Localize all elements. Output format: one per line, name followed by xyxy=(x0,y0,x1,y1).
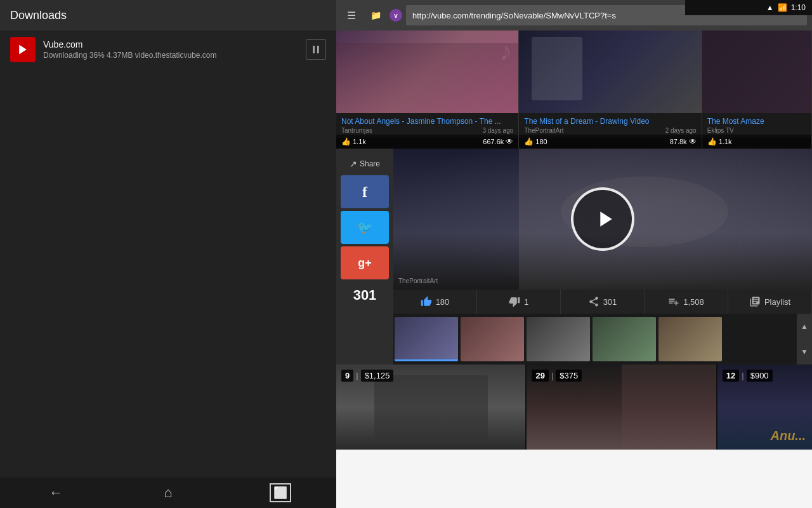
dislike-button[interactable]: 1 xyxy=(477,290,561,314)
folder-icon: 📁 xyxy=(370,10,381,20)
strip-thumb-4[interactable] xyxy=(593,317,656,361)
main-content: ↗ Share f 🐦 g+ 301 xyxy=(336,149,812,364)
thumb-title-2[interactable]: The Mist of a Dream - Drawing Video xyxy=(524,117,696,126)
status-bar: ▲ 📶 1:10 xyxy=(685,0,812,15)
twitter-icon: 🐦 xyxy=(357,220,373,235)
strip-thumb-2[interactable] xyxy=(461,317,524,361)
time: 1:10 xyxy=(791,3,806,12)
facebook-icon: f xyxy=(362,184,367,201)
home-button[interactable]: ⌂ xyxy=(153,478,183,508)
bottom-row: 9 | $1,125 29 | $375 Anu... 12 | $900 xyxy=(336,364,812,450)
scroll-up-button[interactable]: ▲ xyxy=(797,314,812,339)
strip-thumb-3[interactable] xyxy=(527,317,590,361)
facebook-share-button[interactable]: f xyxy=(341,175,389,208)
playlist-button[interactable]: Playlist xyxy=(728,290,812,314)
thumbnails-row: ♪ 👍 1.1k 667.6k 👁 Not About Angels - Jas… xyxy=(336,30,812,149)
share-count: 301 xyxy=(353,282,377,309)
thumb-title-1[interactable]: Not About Angels - Jasmine Thompson - Th… xyxy=(341,117,513,126)
back-icon: ← xyxy=(49,485,63,501)
strip-thumb-1[interactable] xyxy=(395,317,458,361)
home-icon: ⌂ xyxy=(164,485,172,501)
like-button[interactable]: 180 xyxy=(393,290,477,314)
video-player[interactable]: ThePortraitArt xyxy=(393,149,812,290)
thumbnail-item-2[interactable]: 👍 180 87.8k 👁 The Mist of a Dream - Draw… xyxy=(519,30,702,149)
thumbnail-item-1[interactable]: ♪ 👍 1.1k 667.6k 👁 Not About Angels - Jas… xyxy=(336,30,519,149)
downloads-panel: Downloads Vube.com Downloading 36% 4.37M… xyxy=(0,0,336,508)
bottom-badge-2: 29 | $375 xyxy=(532,370,582,382)
share-label[interactable]: ↗ Share xyxy=(336,155,393,173)
video-area: ThePortraitArt 180 1 301 1,508 xyxy=(393,149,812,364)
view-count-1: 👍 1.1k xyxy=(341,137,366,146)
player-actions: 180 1 301 1,508 Playlist xyxy=(393,290,812,314)
back-button[interactable]: ← xyxy=(41,478,71,508)
thumbnail-item-3[interactable]: 👍 1.1k The Most Amaze Eklips TV xyxy=(702,30,812,149)
recents-button[interactable]: ⬜ xyxy=(265,478,296,508)
video-play-button[interactable] xyxy=(571,187,634,251)
svg-rect-2 xyxy=(317,46,319,53)
downloads-header: Downloads xyxy=(0,0,336,30)
download-app-name: Vube.com xyxy=(43,39,298,50)
thumbnail-strip: ▲ ▼ xyxy=(393,314,812,364)
video-watermark: ThePortraitArt xyxy=(398,277,438,284)
svg-marker-3 xyxy=(600,211,612,226)
view-count-2: 👍 180 xyxy=(524,137,547,146)
download-subtitle: Downloading 36% 4.37MB video.thestaticvu… xyxy=(43,51,298,60)
scroll-down-button[interactable]: ▼ xyxy=(797,339,812,364)
download-item: Vube.com Downloading 36% 4.37MB video.th… xyxy=(0,30,336,69)
share-button[interactable]: 301 xyxy=(561,290,645,314)
wifi-icon: ▲ xyxy=(766,3,774,12)
bottom-card-1[interactable]: 9 | $1,125 xyxy=(336,364,527,450)
pause-button[interactable] xyxy=(306,39,326,60)
share-sidebar: ↗ Share f 🐦 g+ 301 xyxy=(336,149,393,364)
view-count-right-1: 667.6k 👁 xyxy=(483,137,513,146)
thumb-meta-3: Eklips TV xyxy=(707,127,806,134)
bottom-card-2[interactable]: 29 | $375 xyxy=(527,364,717,450)
bottom-card-3[interactable]: Anu... 12 | $900 xyxy=(717,364,812,450)
twitter-share-button[interactable]: 🐦 xyxy=(341,211,389,244)
strip-thumb-5[interactable] xyxy=(658,317,722,361)
menu-icon: ☰ xyxy=(347,10,356,22)
svg-rect-1 xyxy=(313,46,315,53)
downloads-title: Downloads xyxy=(10,9,67,22)
thumb-meta-2: ThePortraitArt 2 days ago xyxy=(524,127,696,134)
thumb-overlay-1: 👍 1.1k 667.6k 👁 xyxy=(336,135,518,149)
signal-icon: 📶 xyxy=(778,3,787,12)
bottom-badge-3: 12 | $900 xyxy=(723,370,773,382)
recents-icon: ⬜ xyxy=(270,483,291,502)
thumb-overlay-3: 👍 1.1k xyxy=(702,135,811,149)
thumb-title-3[interactable]: The Most Amaze xyxy=(707,117,806,126)
folder-button[interactable]: 📁 xyxy=(365,5,386,25)
google-share-button[interactable]: g+ xyxy=(341,246,389,279)
download-info: Vube.com Downloading 36% 4.37MB video.th… xyxy=(43,39,298,60)
thumb-overlay-2: 👍 180 87.8k 👁 xyxy=(519,135,701,149)
bottom-badge-1: 9 | $1,125 xyxy=(341,370,393,382)
add-playlist-button[interactable]: 1,508 xyxy=(645,290,728,314)
share-arrow-icon: ↗ xyxy=(350,159,357,169)
android-nav: ← ⌂ ⬜ xyxy=(0,478,336,508)
vube-icon xyxy=(10,37,36,62)
vube-logo: v xyxy=(390,9,402,22)
svg-marker-0 xyxy=(19,45,27,55)
thumb-meta-1: Tantrumjas 3 days ago xyxy=(341,127,513,134)
view-count-3: 👍 1.1k xyxy=(707,137,732,146)
google-icon: g+ xyxy=(358,257,372,270)
menu-button[interactable]: ☰ xyxy=(341,5,362,25)
view-count-right-2: 87.8k 👁 xyxy=(670,137,697,146)
browser-panel: ☰ 📁 v ♪ 👍 1.1k 667.6k 👁 xyxy=(336,0,812,508)
